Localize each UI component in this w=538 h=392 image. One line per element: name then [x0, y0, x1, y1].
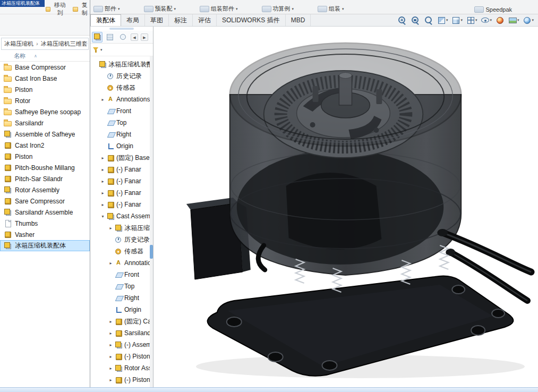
toolbar-button[interactable]: 组装部件 ▾: [200, 5, 238, 13]
Cast Iron Base[interactable]: Cast Iron Base: [0, 73, 90, 84]
Pitch-Boushe Millang[interactable]: Pitch-Boushe Millang: [0, 162, 90, 173]
breadcrumb-item[interactable]: 冰箱压缩机三维套: [33, 40, 88, 48]
ribbon-tab[interactable]: 布局: [121, 14, 145, 26]
tree-item[interactable]: ▸ (-) Fanar: [90, 175, 153, 187]
ribbon-tab[interactable]: 评估: [193, 14, 217, 26]
breadcrumb-item[interactable]: 冰箱压缩机: [4, 40, 33, 48]
tree-item[interactable]: 传感器: [90, 245, 153, 257]
Piston[interactable]: Piston: [0, 151, 90, 162]
expand-arrow-icon[interactable]: ▸: [108, 343, 113, 347]
expand-arrow-icon[interactable]: ▸: [100, 202, 105, 207]
panel-back-button[interactable]: ◀: [131, 33, 138, 41]
expand-arrow-icon[interactable]: ▸: [108, 366, 113, 371]
hide-show-items-icon[interactable]: ▾: [481, 16, 492, 24]
display-style-icon[interactable]: ▾: [467, 16, 477, 24]
tree-item[interactable]: 历史记录: [90, 234, 153, 245]
tree-item[interactable]: Origin: [90, 140, 153, 152]
zoom-to-area-icon[interactable]: [411, 16, 420, 24]
Assemble of Safheye[interactable]: Assemble of Safheye: [0, 129, 90, 140]
toolbar-button[interactable]: Speedpak: [474, 6, 514, 13]
filter-icon[interactable]: [93, 47, 99, 52]
ribbon-tab[interactable]: SOLIDWORKS 插件: [217, 14, 286, 26]
view-settings-icon[interactable]: ▾: [523, 16, 534, 24]
tree-item[interactable]: ▸ Sarsilandr: [90, 327, 153, 339]
expand-arrow-icon[interactable]: ▸: [100, 167, 105, 172]
view-orientation-icon[interactable]: ▾: [452, 16, 463, 24]
Sarsilandr[interactable]: Sarsilandr: [0, 117, 90, 129]
ribbon-tab[interactable]: MBD: [286, 14, 311, 26]
tree-item[interactable]: Right: [90, 292, 153, 304]
explorer-ribbon-button[interactable]: 移动到: [46, 1, 67, 17]
tree-item[interactable]: ▸ Rotor Assembly: [90, 362, 153, 374]
toolbar-button[interactable]: 部件 ▾: [93, 5, 120, 13]
Vasher[interactable]: Vasher: [0, 229, 90, 240]
tree-item[interactable]: ▸ 冰箱压缩机装配体: [90, 222, 153, 234]
explorer-ribbon-button[interactable]: 复制: [73, 1, 90, 17]
tree-item[interactable]: Right: [90, 129, 153, 140]
section-view-icon[interactable]: ▾: [438, 16, 448, 24]
tree-item[interactable]: ▸ (-) Piston: [90, 351, 153, 362]
tree-item[interactable]: Front: [90, 269, 153, 280]
column-header-name[interactable]: 名称 ∧: [0, 51, 90, 62]
tree-item[interactable]: Top: [90, 117, 153, 129]
configuration-manager-tab[interactable]: [117, 32, 128, 42]
tree-item[interactable]: ▸ (-) Piston: [90, 374, 153, 386]
tree-item[interactable]: 历史记录: [90, 70, 153, 82]
toolbar-button[interactable]: 功算例 ▾: [262, 5, 294, 13]
tree-scrollbar-thumb[interactable]: [150, 245, 153, 259]
Pitch-Sar Silandr[interactable]: Pitch-Sar Silandr: [0, 173, 90, 184]
tree-item[interactable]: ▸ Annotations: [90, 257, 153, 269]
expand-arrow-icon[interactable]: ▸: [100, 156, 105, 160]
property-manager-tab[interactable]: [105, 32, 115, 42]
tree-item[interactable]: Top: [90, 280, 153, 292]
toolbar-button[interactable]: 组装 ▾: [318, 5, 344, 13]
expand-arrow-icon[interactable]: ▸: [100, 191, 105, 195]
tree-item[interactable]: ▸ (-) Fanar: [90, 199, 153, 210]
冰箱压缩机装配体[interactable]: 冰箱压缩机装配体: [0, 240, 90, 251]
expand-arrow-icon[interactable]: ▸: [108, 378, 113, 382]
expand-arrow-icon[interactable]: ▸: [108, 226, 113, 231]
tree-item[interactable]: ▸ (-) Fanar: [90, 164, 153, 175]
tree-filter[interactable]: ▾: [90, 44, 153, 56]
panel-resize-grip[interactable]: [90, 27, 153, 31]
previous-view-icon[interactable]: [424, 16, 433, 24]
Sare Compressor[interactable]: Sare Compressor: [0, 195, 90, 207]
expand-arrow-icon[interactable]: ▸: [100, 97, 105, 102]
collapse-pane-icon[interactable]: ∧: [145, 61, 149, 66]
tree-item[interactable]: ▸ (-) Assemble of Safheye: [90, 339, 153, 351]
Safheye Beyne soopap[interactable]: Safheye Beyne soopap: [0, 106, 90, 117]
zoom-to-fit-icon[interactable]: [398, 16, 407, 24]
apply-scene-icon[interactable]: ▾: [509, 16, 519, 24]
tree-item[interactable]: ▸ (固定) Base Compressor: [90, 152, 153, 164]
expand-arrow-icon[interactable]: ▸: [108, 354, 113, 359]
Piston[interactable]: Piston: [0, 84, 90, 95]
ribbon-tab[interactable]: 草图: [145, 14, 169, 26]
expand-arrow-icon[interactable]: ▾: [100, 214, 105, 219]
Rotor[interactable]: Rotor: [0, 95, 90, 106]
tree-item[interactable]: ▸ Annotations: [90, 93, 153, 105]
expand-arrow-icon[interactable]: ▸: [108, 319, 113, 324]
Thumbs[interactable]: Thumbs: [0, 218, 90, 229]
Rotor Assembly[interactable]: Rotor Assembly: [0, 184, 90, 195]
tree-item[interactable]: 传感器: [90, 82, 153, 93]
tree-item[interactable]: Origin: [90, 304, 153, 316]
tree-item[interactable]: ▸ (固定) Cast Iron2: [90, 316, 153, 327]
expand-arrow-icon[interactable]: ▸: [108, 331, 113, 336]
panel-forward-button[interactable]: ▶: [141, 33, 148, 41]
ribbon-tab[interactable]: 装配体: [90, 14, 121, 26]
tree-item[interactable]: 冰箱压缩机装配体: [90, 58, 153, 70]
edit-appearance-icon[interactable]: [496, 16, 505, 24]
tree-item[interactable]: ▾ Cast Assembly: [90, 210, 153, 222]
tree-item[interactable]: Front: [90, 105, 153, 117]
graphics-area[interactable]: [153, 27, 538, 387]
expand-arrow-icon[interactable]: ▸: [108, 261, 113, 266]
tree-scrollbar[interactable]: [150, 56, 153, 387]
breadcrumb[interactable]: 冰箱压缩机冰箱压缩机三维套: [1, 38, 89, 50]
ribbon-tab[interactable]: 标注: [169, 14, 193, 26]
Cast Iron2[interactable]: Cast Iron2: [0, 140, 90, 151]
feature-manager-tab[interactable]: [92, 32, 103, 42]
Sarsilandr Assemble[interactable]: Sarsilandr Assemble: [0, 207, 90, 218]
expand-arrow-icon[interactable]: ▸: [100, 179, 105, 184]
tree-item[interactable]: ▸ (-) Fanar: [90, 187, 153, 199]
Base Compressor[interactable]: Base Compressor: [0, 62, 90, 73]
